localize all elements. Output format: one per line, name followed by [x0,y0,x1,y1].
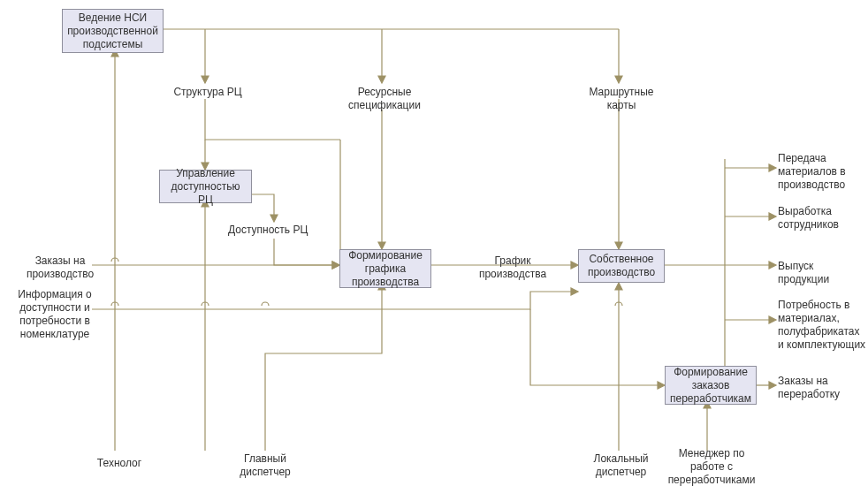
label-orders-prod: Заказы на производство [25,254,95,281]
label-info-avail: Информация о доступности и потребности в… [11,288,99,341]
svg-marker-7 [332,262,339,269]
label-proc-manager: Менеджер по работе с переработчиками [667,447,756,487]
box-sched-label: Формирование графика производства [346,249,425,289]
svg-marker-6 [270,215,278,222]
box-proc-orders: Формирование заказов переработчикам [665,366,757,405]
label-chief-disp: Главный диспетчер [230,452,301,479]
svg-marker-5 [615,242,622,249]
svg-marker-1 [378,76,385,83]
label-orders-proc: Заказы на переработку [778,375,862,401]
svg-marker-2 [615,76,622,83]
box-schedule: Формирование графика производства [339,249,431,288]
label-res-spec: Ресурсные спецификации [345,86,424,112]
label-transfer-mat: Передача материалов в производство [778,152,862,192]
box-avail-label: Управление доступностью РЦ [165,167,246,207]
svg-marker-8 [332,262,339,269]
box-availability: Управление доступностью РЦ [159,170,252,203]
box-production: Собственное производство [578,249,665,283]
svg-marker-16 [769,382,776,389]
label-staff-output: Выработка сотрудников [778,205,862,232]
label-need-mat: Потребность в материалах, полуфабрикатах… [778,299,866,352]
svg-marker-20 [615,283,622,290]
label-sched-graph: График производства [473,254,552,281]
diagram-connectors [0,0,868,501]
svg-marker-15 [658,382,665,389]
box-orders-label: Формирование заказов переработчикам [670,366,751,406]
svg-marker-13 [769,262,776,269]
svg-marker-12 [769,213,776,220]
box-hsi: Ведение НСИ производственной подсистемы [62,9,164,53]
svg-marker-9 [571,288,578,295]
label-local-disp: Локальный диспетчер [588,452,654,479]
box-hsi-label: Ведение НСИ производственной подсистемы [67,11,158,51]
label-technologist: Технолог [93,457,146,470]
label-route-cards: Маршрутные карты [586,86,657,112]
label-avail-rc: Доступность РЦ [228,224,325,237]
svg-marker-11 [769,164,776,171]
box-prod-label: Собственное производство [584,253,659,279]
svg-marker-10 [571,262,578,269]
label-product-out: Выпуск продукции [778,260,866,286]
svg-marker-14 [769,316,776,323]
svg-marker-0 [202,76,209,83]
label-struct-rc: Структура РЦ [172,86,243,99]
